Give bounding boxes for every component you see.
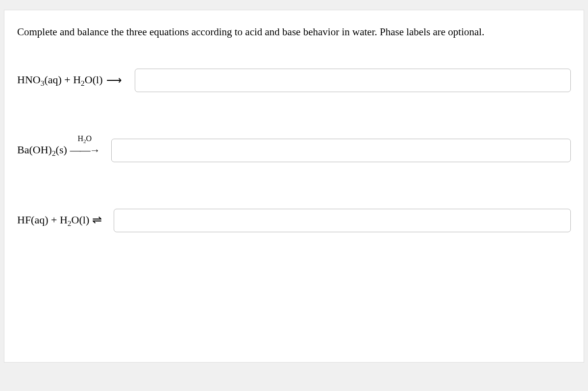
arrow-icon: ⟶	[106, 74, 122, 87]
eq2-arrow-o: O	[86, 134, 92, 143]
eq1-plus: +	[62, 73, 73, 86]
equation-1-label: HNO3(aq) + H2O(l) ⟶	[17, 73, 126, 88]
equation-2-label: Ba(OH)2(s) H2O ——→	[17, 144, 102, 158]
eq3-reactant2: H	[60, 214, 68, 226]
long-arrow-icon: ——→	[70, 144, 99, 157]
arrow-with-h2o-label: H2O ——→	[70, 144, 99, 157]
equilibrium-icon: ⇌	[92, 213, 102, 227]
equation-3-input[interactable]	[114, 209, 571, 232]
equation-row-2: Ba(OH)2(s) H2O ——→	[17, 139, 571, 162]
eq2-sub1: 2	[52, 149, 56, 157]
eq1-sub2: 2	[81, 79, 85, 87]
eq2-reactant1: Ba(OH)	[17, 144, 52, 156]
eq3-reactant1: HF(aq)	[17, 214, 49, 226]
arrow-top-label: H2O	[77, 134, 92, 144]
equation-1-input[interactable]	[135, 69, 571, 92]
eq1-reactant2: H	[73, 73, 81, 86]
question-container: Complete and balance the three equations…	[4, 10, 584, 363]
eq1-reactant1: HNO	[17, 73, 41, 86]
eq3-sub2: 2	[68, 219, 72, 227]
eq2-phase1: (s)	[56, 144, 67, 156]
question-prompt: Complete and balance the three equations…	[17, 25, 571, 39]
eq1-phase1: (aq)	[44, 73, 61, 86]
equation-row-1: HNO3(aq) + H2O(l) ⟶	[17, 69, 571, 92]
equation-3-label: HF(aq) + H2O(l) ⇌	[17, 214, 105, 228]
eq3-plus: +	[49, 214, 60, 226]
eq1-reactant2b: O(l)	[85, 73, 103, 86]
equation-2-input[interactable]	[111, 139, 571, 162]
eq3-reactant2b: O(l)	[72, 214, 90, 226]
eq2-arrow-h: H	[77, 134, 83, 143]
equation-row-3: HF(aq) + H2O(l) ⇌	[17, 209, 571, 232]
